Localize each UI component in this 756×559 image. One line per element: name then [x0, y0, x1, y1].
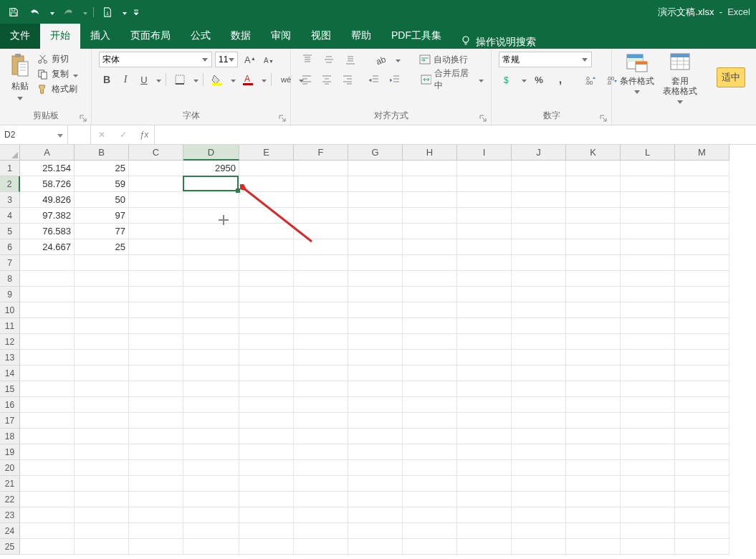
- cell[interactable]: [20, 413, 75, 429]
- cell[interactable]: [294, 413, 348, 429]
- cell[interactable]: [183, 413, 239, 429]
- cell[interactable]: [20, 429, 75, 444]
- clipboard-launcher-icon[interactable]: [79, 114, 87, 122]
- cell[interactable]: [457, 334, 512, 350]
- cell[interactable]: [566, 539, 621, 555]
- cell[interactable]: [512, 507, 566, 523]
- comma-icon[interactable]: ,: [551, 72, 570, 87]
- cell[interactable]: [75, 397, 129, 413]
- tell-me-search[interactable]: 操作说明搜索: [451, 35, 536, 49]
- cell[interactable]: [20, 444, 75, 460]
- cell[interactable]: [403, 429, 457, 444]
- namebox-dropdown-icon[interactable]: [57, 130, 63, 140]
- cell[interactable]: 58.726: [20, 176, 75, 192]
- cell[interactable]: [621, 539, 675, 555]
- cell[interactable]: [457, 192, 512, 208]
- chevron-down-icon[interactable]: [229, 58, 234, 62]
- percent-icon[interactable]: %: [530, 72, 548, 87]
- cell[interactable]: [457, 350, 512, 366]
- qat-customize-icon[interactable]: [133, 4, 140, 20]
- cell[interactable]: [20, 492, 75, 507]
- underline-dropdown[interactable]: [156, 75, 161, 85]
- row-header[interactable]: 19: [0, 444, 20, 460]
- cell[interactable]: [512, 224, 566, 239]
- row-header[interactable]: 7: [0, 255, 20, 271]
- cell[interactable]: [621, 492, 675, 507]
- cell[interactable]: [675, 176, 729, 192]
- cell[interactable]: [348, 287, 403, 302]
- cell[interactable]: [566, 413, 621, 429]
- cell[interactable]: [566, 476, 621, 492]
- cell[interactable]: [75, 287, 129, 302]
- cell[interactable]: [20, 397, 75, 413]
- col-header[interactable]: J: [512, 145, 566, 161]
- fontcolor-dropdown[interactable]: [262, 75, 267, 85]
- cell[interactable]: 25.154: [20, 161, 75, 176]
- cell[interactable]: [403, 224, 457, 239]
- cell[interactable]: 24.667: [20, 239, 75, 255]
- cell[interactable]: [675, 381, 729, 397]
- cell[interactable]: [621, 366, 675, 381]
- cell[interactable]: [621, 460, 675, 476]
- cell[interactable]: [294, 287, 348, 302]
- cell[interactable]: [129, 271, 183, 287]
- cell[interactable]: [129, 350, 183, 366]
- font-name-combo[interactable]: [99, 52, 212, 67]
- cell[interactable]: [294, 318, 348, 334]
- tab-file[interactable]: 文件: [0, 24, 40, 49]
- align-bottom-icon[interactable]: [341, 52, 360, 67]
- cell[interactable]: [675, 224, 729, 239]
- cell[interactable]: [129, 460, 183, 476]
- cell[interactable]: [129, 208, 183, 224]
- border-dropdown[interactable]: [193, 75, 198, 85]
- row-header[interactable]: 15: [0, 381, 20, 397]
- cell[interactable]: [512, 287, 566, 302]
- cell[interactable]: [129, 476, 183, 492]
- cell[interactable]: [566, 192, 621, 208]
- cell[interactable]: [239, 271, 294, 287]
- cell[interactable]: [183, 507, 239, 523]
- select-all-button[interactable]: [0, 145, 20, 161]
- cell[interactable]: [675, 507, 729, 523]
- cell[interactable]: [294, 492, 348, 507]
- cell[interactable]: [621, 208, 675, 224]
- cell[interactable]: 25: [75, 161, 129, 176]
- cell[interactable]: [75, 271, 129, 287]
- cell[interactable]: [239, 255, 294, 271]
- cell[interactable]: [183, 539, 239, 555]
- cell[interactable]: [75, 350, 129, 366]
- cell[interactable]: [294, 208, 348, 224]
- row-header[interactable]: 20: [0, 460, 20, 476]
- cell[interactable]: [348, 176, 403, 192]
- cell[interactable]: [675, 444, 729, 460]
- cell[interactable]: [621, 318, 675, 334]
- cell[interactable]: [348, 366, 403, 381]
- increase-decimal-icon[interactable]: .0.00: [581, 72, 600, 87]
- name-box[interactable]: D2: [0, 125, 68, 144]
- cell[interactable]: 97.382: [20, 208, 75, 224]
- cell[interactable]: [621, 255, 675, 271]
- cell[interactable]: [129, 287, 183, 302]
- cell[interactable]: [348, 271, 403, 287]
- cell[interactable]: [294, 302, 348, 318]
- cell[interactable]: [566, 397, 621, 413]
- cell[interactable]: [75, 539, 129, 555]
- cell[interactable]: [675, 287, 729, 302]
- cell[interactable]: [20, 350, 75, 366]
- cell[interactable]: [348, 523, 403, 539]
- cell[interactable]: [75, 381, 129, 397]
- cell[interactable]: [403, 444, 457, 460]
- cell[interactable]: [239, 287, 294, 302]
- cell[interactable]: [20, 287, 75, 302]
- cell[interactable]: [239, 208, 294, 224]
- cell[interactable]: [183, 302, 239, 318]
- cell[interactable]: [294, 539, 348, 555]
- tab-视图[interactable]: 视图: [301, 24, 341, 49]
- cell[interactable]: [75, 334, 129, 350]
- cell[interactable]: [403, 366, 457, 381]
- italic-button[interactable]: I: [118, 72, 133, 87]
- cell[interactable]: [129, 334, 183, 350]
- cell[interactable]: [183, 492, 239, 507]
- align-launcher-icon[interactable]: [479, 114, 487, 122]
- cell[interactable]: [403, 476, 457, 492]
